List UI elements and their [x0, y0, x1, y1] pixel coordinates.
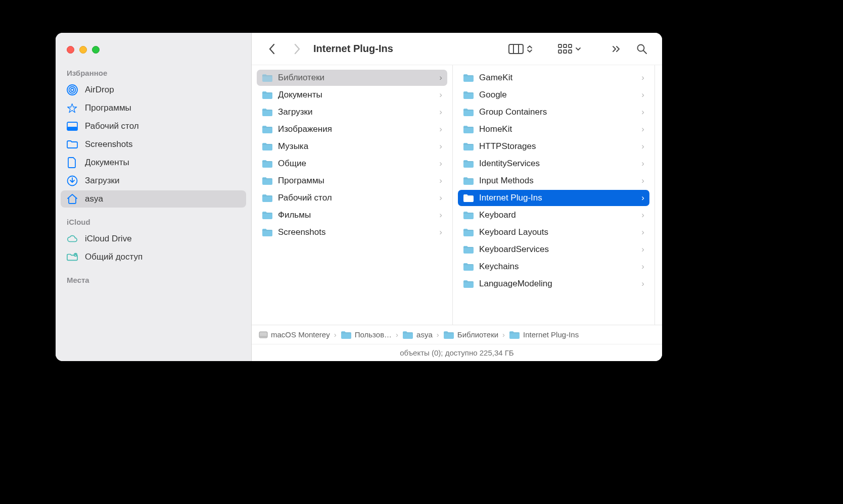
overflow-button[interactable]	[606, 39, 627, 59]
folder-icon	[262, 193, 273, 203]
close-button[interactable]	[67, 46, 74, 54]
chevron-down-icon	[575, 46, 581, 52]
window-controls	[56, 43, 251, 66]
folder-icon	[262, 211, 273, 220]
airdrop-icon	[67, 84, 78, 95]
shared-icon	[67, 251, 78, 263]
folder-row[interactable]: Рабочий стол›	[257, 190, 447, 206]
chevrons-right-icon	[612, 45, 621, 53]
folder-label: Фильмы	[278, 210, 434, 220]
forward-button[interactable]	[287, 39, 307, 59]
folder-row[interactable]: Keyboard Layouts›	[458, 224, 649, 240]
folder-row[interactable]: LanguageModeling›	[458, 276, 649, 292]
minimize-button[interactable]	[79, 46, 87, 54]
sidebar-item-label: AirDrop	[85, 85, 114, 95]
folder-row[interactable]: HTTPStorages›	[458, 138, 649, 155]
folder-icon	[443, 330, 454, 339]
chevron-right-icon: ›	[641, 279, 644, 289]
folder-icon	[463, 125, 474, 134]
folder-icon	[463, 228, 474, 237]
path-crumb[interactable]: Библиотеки	[443, 330, 498, 339]
chevron-right-icon: ›	[641, 124, 644, 134]
folder-icon	[402, 330, 413, 339]
sidebar-item-icloud-drive[interactable]: iCloud Drive	[61, 230, 246, 247]
path-crumb[interactable]: macOS Monterey	[259, 330, 330, 339]
sidebar-item-загрузки[interactable]: Загрузки	[61, 172, 246, 189]
sidebar-item-рабочий-стол[interactable]: Рабочий стол	[61, 118, 246, 135]
desktop-icon	[67, 121, 78, 132]
path-crumb[interactable]: Internet Plug-Ins	[509, 330, 579, 339]
sidebar-item-asya[interactable]: asya	[61, 190, 246, 208]
svg-rect-20	[259, 336, 267, 338]
group-by-button[interactable]	[558, 44, 581, 54]
folder-row[interactable]: Загрузки›	[257, 104, 447, 120]
disk-icon	[259, 330, 268, 339]
folder-row[interactable]: HomeKit›	[458, 121, 649, 137]
folder-row[interactable]: Библиотеки›	[257, 70, 447, 86]
chevron-right-icon: ›	[439, 227, 442, 237]
folder-row[interactable]: IdentityServices›	[458, 156, 649, 172]
sidebar-item-документы[interactable]: Документы	[61, 154, 246, 171]
sidebar-item-label: Программы	[85, 103, 131, 113]
folder-icon	[509, 330, 520, 339]
document-icon	[67, 157, 78, 168]
folder-label: Загрузки	[278, 107, 434, 117]
folder-icon	[463, 142, 474, 151]
path-crumb[interactable]: Пользов…	[341, 330, 392, 339]
path-crumb[interactable]: asya	[402, 330, 433, 339]
chevron-right-icon: ›	[641, 193, 644, 203]
zoom-button[interactable]	[92, 46, 100, 54]
folder-row[interactable]: Keychains›	[458, 259, 649, 275]
updown-icon	[527, 44, 533, 54]
folder-row[interactable]: Музыка›	[257, 138, 447, 155]
sidebar-item-программы[interactable]: Программы	[61, 99, 246, 117]
chevron-right-icon: ›	[641, 176, 644, 186]
folder-label: Рабочий стол	[278, 193, 434, 203]
folder-row[interactable]: Google›	[458, 87, 649, 103]
status-bar: объекты (0); доступно 225,34 ГБ	[252, 344, 662, 361]
chevron-right-icon: ›	[641, 107, 644, 117]
sidebar-section-favorites: Избранное	[56, 66, 251, 80]
folder-row[interactable]: Изображения›	[257, 121, 447, 137]
folder-icon	[67, 139, 78, 150]
folder-icon	[463, 262, 474, 271]
column-1[interactable]: Библиотеки›Документы›Загрузки›Изображени…	[252, 65, 453, 325]
sidebar-item-screenshots[interactable]: Screenshots	[61, 136, 246, 153]
folder-icon	[463, 108, 474, 117]
folder-row[interactable]: Screenshots›	[257, 224, 447, 240]
folder-row[interactable]: KeyboardServices›	[458, 241, 649, 258]
chevron-right-icon: ›	[501, 330, 506, 339]
folder-row[interactable]: Internet Plug-Ins›	[458, 190, 649, 206]
svg-rect-13	[569, 44, 572, 47]
folder-row[interactable]: Input Methods›	[458, 173, 649, 189]
folder-row[interactable]: Программы›	[257, 173, 447, 189]
folder-row[interactable]: Keyboard›	[458, 207, 649, 223]
folder-row[interactable]: Общие›	[257, 156, 447, 172]
chevron-right-icon: ›	[439, 124, 442, 134]
folder-label: Screenshots	[278, 227, 434, 237]
home-icon	[67, 193, 78, 205]
folder-icon	[463, 73, 474, 82]
folder-label: Keyboard Layouts	[479, 227, 636, 237]
folder-row[interactable]: Фильмы›	[257, 207, 447, 223]
folder-label: IdentityServices	[479, 159, 636, 169]
folder-row[interactable]: GameKit›	[458, 70, 649, 86]
folder-icon	[463, 176, 474, 185]
folder-icon	[341, 330, 352, 339]
sidebar-item-airdrop[interactable]: AirDrop	[61, 81, 246, 98]
search-button[interactable]	[632, 39, 652, 59]
folder-label: Keychains	[479, 262, 636, 272]
svg-rect-14	[558, 50, 561, 53]
main-pane: Internet Plug-Ins	[252, 33, 662, 361]
column-2[interactable]: GameKit›Google›Group Containers›HomeKit›…	[453, 65, 655, 325]
sidebar-item-общий-доступ[interactable]: Общий доступ	[61, 248, 246, 266]
chevron-right-icon: ›	[439, 141, 442, 152]
cloud-icon	[67, 233, 78, 244]
back-button[interactable]	[262, 39, 282, 59]
folder-row[interactable]: Group Containers›	[458, 104, 649, 120]
folder-icon	[262, 108, 273, 117]
svg-rect-8	[509, 44, 523, 54]
view-mode-button[interactable]	[508, 43, 533, 55]
folder-row[interactable]: Документы›	[257, 87, 447, 103]
svg-point-0	[71, 88, 74, 91]
